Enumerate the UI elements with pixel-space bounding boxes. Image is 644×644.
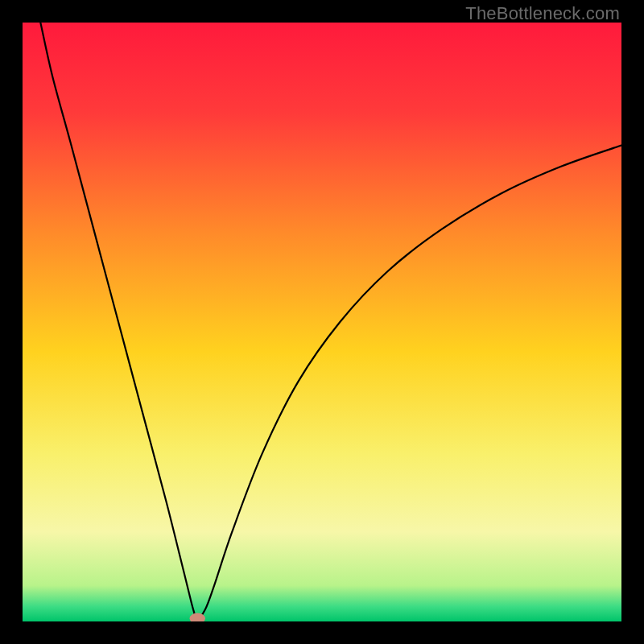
watermark-text: TheBottleneck.com xyxy=(465,3,620,24)
chart-frame xyxy=(23,23,621,621)
chart-svg xyxy=(23,23,621,621)
chart-background xyxy=(23,23,621,621)
